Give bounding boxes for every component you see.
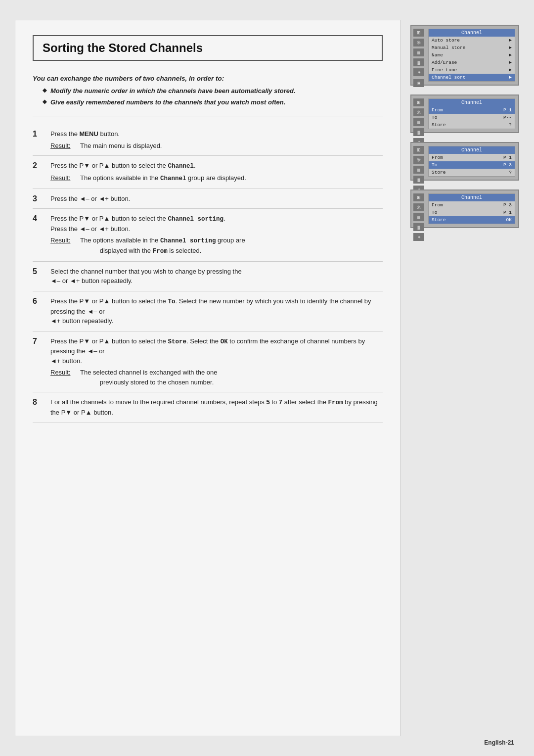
tv-icon-2a: ⊞ [413, 98, 424, 106]
step-1-result-text: The main menu is displayed. [80, 141, 162, 151]
step-1-result-label: Result: [50, 141, 74, 151]
tv-icon-1f: ▣ [413, 79, 424, 87]
tv-icon-2b: 米 [413, 108, 424, 116]
tv-icons-2: ⊞ 米 ▦ ▓ ◈ [413, 98, 424, 146]
tv-menu-1-item-6: Channel sort► [429, 74, 515, 81]
tv-menu-3-from: FromP 1 [429, 154, 515, 161]
tv-icon-1d: ▓ [413, 58, 424, 66]
step-5-number: 5 [33, 267, 43, 286]
step-2-text: Press the P▼ or P▲ button to select the … [50, 162, 196, 169]
tv-menu-2: Channel FromP 1 ToP-- Store? [428, 98, 515, 129]
step-7: 7 Press the P▼ or P▲ button to select th… [33, 331, 383, 393]
title-box: Sorting the Stored Channels [33, 35, 383, 61]
main-content: Sorting the Stored Channels You can exch… [15, 20, 400, 736]
tv-menu-1-item-4: Add/Erase► [429, 59, 515, 66]
step-6-content: Press the P▼ or P▲ button to select the … [50, 296, 383, 326]
page-number: English-21 [484, 739, 514, 746]
tv-icon-3a: ⊞ [413, 146, 424, 154]
tv-menu-2-to: ToP-- [429, 114, 515, 121]
step-1-number: 1 [33, 129, 43, 150]
tv-menu-3: Channel FromP 1 ToP 3 Store? [428, 146, 515, 177]
step-2-number: 2 [33, 161, 43, 184]
step-8-text: For all the channels to move to the requ… [50, 398, 378, 416]
tv-menu-4-to: ToP 1 [429, 209, 515, 216]
tv-icon-3c: ▦ [413, 166, 424, 174]
step-5-text: Select the channel number that you wish … [50, 268, 242, 285]
step-2-content: Press the P▼ or P▲ button to select the … [50, 161, 383, 184]
tv-screen-3: ⊞ 米 ▦ ▓ ◈ Channel FromP 1 ToP 3 Store? [410, 142, 519, 181]
tv-icon-3b: 米 [413, 156, 424, 164]
step-5-content: Select the channel number that you wish … [50, 267, 383, 286]
tv-icons-1: ⊞ 米 ▦ ▓ ◈ ▣ [413, 29, 424, 87]
tv-menu-1-item-5: Fine tune► [429, 66, 515, 74]
step-2-result-label: Result: [50, 173, 74, 184]
tv-icons-3: ⊞ 米 ▦ ▓ ◈ [413, 146, 424, 193]
tv-icons-4: ⊞ 米 ▦ ▓ ◈ [413, 193, 424, 241]
tv-icon-4d: ▓ [413, 223, 424, 231]
tv-menu-4-from: FromP 3 [429, 201, 515, 209]
step-1-text: Press the MENU button. [50, 130, 120, 138]
step-7-number: 7 [33, 336, 43, 387]
tv-icon-4e: ◈ [413, 233, 424, 241]
step-1: 1 Press the MENU button. Result: The mai… [33, 124, 383, 156]
tv-icon-3d: ▓ [413, 176, 424, 184]
tv-icon-2d: ▓ [413, 128, 424, 136]
right-sidebar: ⊞ 米 ▦ ▓ ◈ ▣ Channel Auto store► Manual s… [410, 20, 519, 736]
step-8-number: 8 [33, 397, 43, 417]
tv-icon-1e: ◈ [413, 68, 424, 76]
tv-menu-1-item-1: Auto store► [429, 37, 515, 44]
bullet-item-2: Give easily remembered numbers to the ch… [43, 98, 383, 106]
tv-menu-3-to: ToP 3 [429, 161, 515, 169]
tv-icon-1b: 米 [413, 39, 424, 47]
tv-menu-3-header: Channel [429, 146, 515, 154]
tv-menu-3-store: Store? [429, 169, 515, 176]
tv-menu-4-store: StoreOK [429, 216, 515, 224]
tv-icon-2c: ▦ [413, 118, 424, 126]
bullet-item-1: Modify the numeric order in which the ch… [43, 87, 383, 94]
step-4-number: 4 [33, 214, 43, 256]
tv-screen-2: ⊞ 米 ▦ ▓ ◈ Channel FromP 1 ToP-- Store? [410, 94, 519, 133]
tv-menu-1-item-2: Manual store► [429, 44, 515, 51]
step-6: 6 Press the P▼ or P▲ button to select th… [33, 291, 383, 331]
step-4-result-text: The options available in the Channel sor… [80, 236, 245, 256]
tv-icon-4a: ⊞ [413, 193, 424, 201]
step-4: 4 Press the P▼ or P▲ button to select th… [33, 209, 383, 262]
step-3-text: Press the ◄– or ◄+ button. [50, 195, 130, 202]
step-2-result-text: The options available in the Channel gro… [80, 173, 246, 184]
tv-menu-2-header: Channel [429, 99, 515, 106]
step-4-content: Press the P▼ or P▲ button to select the … [50, 214, 383, 256]
tv-menu-1-item-3: Name► [429, 51, 515, 59]
step-6-text: Press the P▼ or P▲ button to select the … [50, 297, 371, 325]
tv-menu-1: Channel Auto store► Manual store► Name► … [428, 29, 515, 82]
tv-icon-4b: 米 [413, 203, 424, 211]
step-8-content: For all the channels to move to the requ… [50, 397, 383, 417]
step-4-text: Press the P▼ or P▲ button to select the … [50, 215, 225, 233]
intro-text: You can exchange the numbers of two chan… [33, 75, 383, 82]
step-7-text: Press the P▼ or P▲ button to select the … [50, 337, 365, 365]
step-7-content: Press the P▼ or P▲ button to select the … [50, 336, 383, 387]
step-2: 2 Press the P▼ or P▲ button to select th… [33, 156, 383, 189]
tv-icon-1c: ▦ [413, 48, 424, 56]
tv-menu-2-store: Store? [429, 121, 515, 129]
step-3-content: Press the ◄– or ◄+ button. [50, 194, 383, 204]
step-8: 8 For all the channels to move to the re… [33, 392, 383, 423]
step-6-number: 6 [33, 296, 43, 326]
divider-top [33, 116, 383, 116]
page-title: Sorting the Stored Channels [43, 41, 373, 55]
tv-icon-4c: ▦ [413, 213, 424, 221]
step-3-number: 3 [33, 194, 43, 204]
tv-menu-2-from: FromP 1 [429, 106, 515, 114]
tv-menu-1-header: Channel [429, 29, 515, 37]
step-4-result-label: Result: [50, 236, 74, 256]
step-7-result-label: Result: [50, 368, 74, 387]
steps-container: 1 Press the MENU button. Result: The mai… [33, 124, 383, 423]
step-1-content: Press the MENU button. Result: The main … [50, 129, 383, 150]
tv-icon-1a: ⊞ [413, 29, 424, 37]
tv-screen-4: ⊞ 米 ▦ ▓ ◈ Channel FromP 3 ToP 1 StoreOK [410, 189, 519, 228]
step-3: 3 Press the ◄– or ◄+ button. [33, 189, 383, 209]
tv-menu-4: Channel FromP 3 ToP 1 StoreOK [428, 193, 515, 224]
tv-menu-4-header: Channel [429, 194, 515, 201]
bullet-list: Modify the numeric order in which the ch… [43, 87, 383, 106]
step-5: 5 Select the channel number that you wis… [33, 262, 383, 291]
step-7-result-text: The selected channel is exchanged with t… [80, 368, 218, 387]
